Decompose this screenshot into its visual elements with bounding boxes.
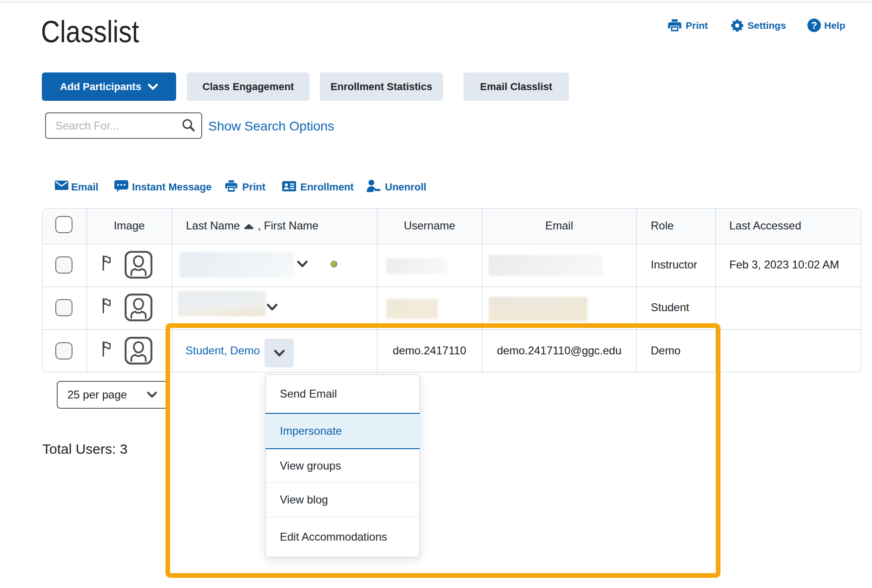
svg-text:?: ? [811, 20, 817, 31]
